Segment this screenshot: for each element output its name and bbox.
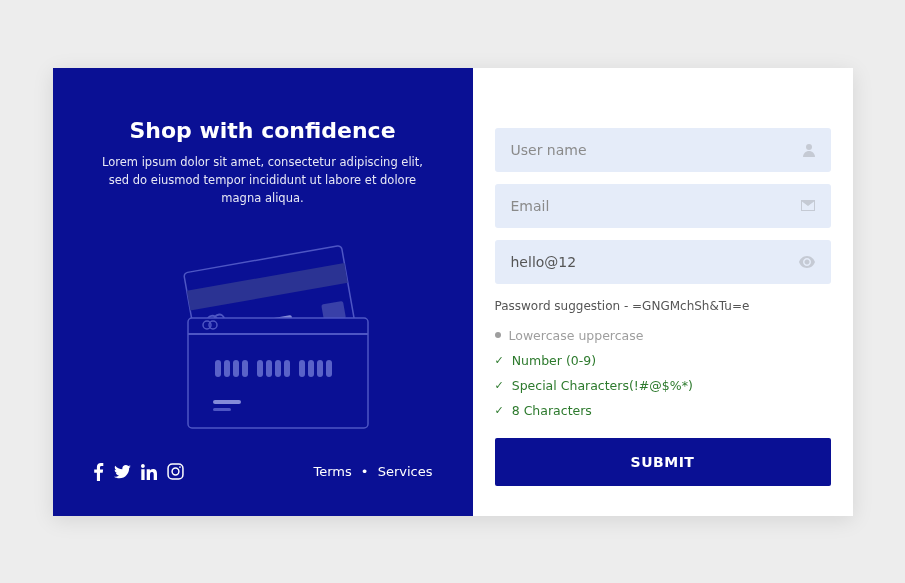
password-checks: Lowercase uppercase ✓Number (0-9) ✓Speci… (495, 323, 831, 423)
signup-card: Shop with confidence Lorem ipsum dolor s… (53, 68, 853, 516)
footer-links: Terms • Services (313, 464, 432, 479)
check-icon: ✓ (495, 404, 504, 417)
svg-rect-18 (284, 360, 290, 377)
svg-rect-25 (168, 464, 183, 479)
username-input[interactable] (511, 142, 803, 158)
dot-icon (495, 332, 501, 338)
check-label: 8 Characters (512, 403, 592, 418)
password-input[interactable] (511, 254, 799, 270)
submit-button[interactable]: SUBMIT (495, 438, 831, 486)
check-label: Number (0-9) (512, 353, 596, 368)
suggestion-value: =GNGMchSh&Tu=e (632, 299, 749, 313)
svg-rect-16 (266, 360, 272, 377)
envelope-icon (801, 200, 815, 211)
svg-point-27 (179, 466, 181, 468)
check-row: ✓Number (0-9) (495, 348, 831, 373)
svg-rect-17 (275, 360, 281, 377)
email-field-wrap (495, 184, 831, 228)
user-icon (803, 143, 815, 157)
svg-rect-13 (233, 360, 239, 377)
eye-icon[interactable] (799, 256, 815, 268)
svg-rect-22 (326, 360, 332, 377)
svg-rect-15 (257, 360, 263, 377)
check-label: Special Characters(!#@$%*) (512, 378, 693, 393)
email-input[interactable] (511, 198, 801, 214)
check-icon: ✓ (495, 379, 504, 392)
left-footer: Terms • Services (93, 463, 433, 481)
form-panel: Password suggestion - =GNGMchSh&Tu=e Low… (473, 68, 853, 516)
svg-rect-21 (317, 360, 323, 377)
terms-link[interactable]: Terms (313, 464, 351, 479)
link-separator: • (361, 464, 369, 479)
svg-rect-14 (242, 360, 248, 377)
facebook-icon[interactable] (93, 463, 104, 481)
svg-point-26 (172, 468, 179, 475)
svg-rect-20 (308, 360, 314, 377)
svg-rect-11 (215, 360, 221, 377)
username-field-wrap (495, 128, 831, 172)
linkedin-icon[interactable] (141, 464, 157, 480)
svg-rect-1 (186, 263, 347, 310)
svg-rect-23 (213, 400, 241, 404)
password-field-wrap (495, 240, 831, 284)
svg-point-28 (806, 144, 812, 150)
svg-rect-24 (213, 408, 231, 411)
panel-title: Shop with confidence (93, 118, 433, 143)
svg-rect-8 (188, 333, 368, 335)
check-label: Lowercase uppercase (509, 328, 644, 343)
left-panel: Shop with confidence Lorem ipsum dolor s… (53, 68, 473, 516)
check-row: ✓8 Characters (495, 398, 831, 423)
password-suggestion: Password suggestion - =GNGMchSh&Tu=e (495, 299, 831, 313)
svg-rect-12 (224, 360, 230, 377)
services-link[interactable]: Services (378, 464, 433, 479)
check-row: Lowercase uppercase (495, 323, 831, 348)
suggestion-label: Password suggestion - (495, 299, 633, 313)
svg-rect-19 (299, 360, 305, 377)
twitter-icon[interactable] (114, 465, 131, 479)
social-icons (93, 463, 184, 481)
credit-cards-illustration (93, 228, 433, 443)
check-icon: ✓ (495, 354, 504, 367)
instagram-icon[interactable] (167, 463, 184, 480)
panel-description: Lorem ipsum dolor sit amet, consectetur … (93, 153, 433, 208)
check-row: ✓Special Characters(!#@$%*) (495, 373, 831, 398)
